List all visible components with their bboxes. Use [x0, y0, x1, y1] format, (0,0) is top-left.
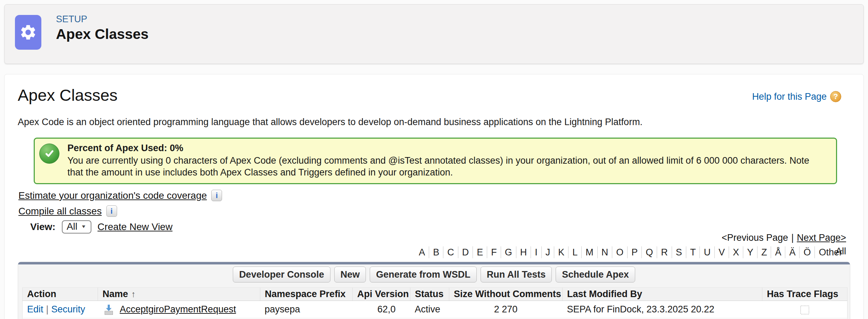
has-trace-flags-cell [762, 301, 847, 318]
toolbar-button[interactable]: Developer Console [233, 267, 330, 283]
alphabet-letter-link[interactable]: X [729, 246, 743, 258]
alphabet-letter-link[interactable]: O [612, 246, 627, 258]
view-select-value: All [67, 221, 77, 232]
alphabet-letter-link[interactable]: R [657, 246, 672, 258]
view-label: View: [30, 221, 56, 232]
chevron-down-icon: ▼ [81, 224, 87, 229]
column-header-size-without-comments[interactable]: Size Without Comments [449, 288, 563, 301]
apex-class-name-link[interactable]: AcceptgiroPaymentRequest [120, 304, 236, 315]
alphabet-letter-link[interactable]: T [686, 246, 700, 258]
alphabet-letter-link[interactable]: C [443, 246, 458, 258]
alphabet-letter-link[interactable]: F [487, 246, 501, 258]
help-row: Help for this Page ? [752, 91, 841, 102]
alphabet-letter-link[interactable]: Å [771, 246, 785, 258]
alphabet-letter-link[interactable]: K [554, 246, 568, 258]
column-header-name-label: Name [103, 289, 128, 299]
security-link[interactable]: Security [51, 304, 85, 314]
setup-page-title: Apex Classes [56, 26, 149, 42]
package-download-icon [103, 303, 115, 316]
sort-ascending-icon: ↑ [131, 289, 136, 299]
pagination-separator: | [791, 232, 794, 243]
setup-header-card: SETUP Apex Classes [4, 4, 864, 64]
compile-classes-row: Compile all classes i [18, 205, 117, 217]
alphabet-letter-link[interactable]: M [581, 246, 597, 258]
trace-flag-checkbox[interactable] [800, 305, 809, 314]
alphabet-letter-link[interactable]: G [501, 246, 516, 258]
estimate-coverage-row: Estimate your organization's code covera… [18, 190, 222, 201]
column-header-namespace-prefix[interactable]: Namespace Prefix [260, 288, 353, 301]
toolbar-button[interactable]: Generate from WSDL [370, 267, 477, 283]
api-version-cell: 62,0 [353, 301, 410, 318]
alphabet-letter-link[interactable]: L [568, 246, 581, 258]
column-header-action[interactable]: Action [23, 288, 98, 301]
alphabet-index-bar: ABCDEFGHIJKLMNOPQRSTUVXYZÅÄÖOther [415, 246, 846, 258]
alphabet-letter-link[interactable]: V [714, 246, 729, 258]
compile-all-classes-link[interactable]: Compile all classes [18, 206, 102, 217]
action-cell: Edit|Security [23, 301, 98, 318]
create-new-view-link[interactable]: Create New View [98, 221, 173, 232]
column-header-name[interactable]: Name↑ [98, 288, 260, 301]
estimate-coverage-link[interactable]: Estimate your organization's code covera… [18, 190, 207, 201]
column-header-last-modified-by[interactable]: Last Modified By [563, 288, 762, 301]
alphabet-letter-link[interactable]: Q [641, 246, 657, 258]
success-check-icon [39, 144, 59, 164]
info-icon[interactable]: i [211, 190, 222, 201]
alphabet-letter-link[interactable]: Z [757, 246, 771, 258]
alphabet-letter-link[interactable]: B [429, 246, 443, 258]
notice-title: Percent of Apex Used: 0% [67, 143, 822, 154]
alphabet-letter-link[interactable]: H [516, 246, 531, 258]
setup-breadcrumb-label: SETUP [56, 14, 87, 25]
alphabet-letter-link[interactable]: E [473, 246, 487, 258]
list-top-strip [18, 262, 850, 264]
alphabet-all-selected[interactable]: All [836, 246, 846, 257]
pagination: <Previous Page | Next Page> [722, 232, 846, 243]
alphabet-letter-link[interactable]: D [458, 246, 473, 258]
page-title: Apex Classes [18, 85, 117, 105]
view-select-dropdown[interactable]: All ▼ [62, 220, 91, 234]
alphabet-letter-link[interactable]: J [541, 246, 554, 258]
apex-classes-list-container: Developer ConsoleNewGenerate from WSDLRu… [18, 262, 850, 319]
column-header-has-trace-flags[interactable]: Has Trace Flags [762, 288, 847, 301]
list-toolbar: Developer ConsoleNewGenerate from WSDLRu… [18, 264, 850, 285]
status-cell: Active [410, 301, 449, 318]
action-separator: | [46, 304, 49, 314]
gear-icon [15, 15, 41, 50]
table-header-row: Action Name↑ Namespace Prefix Api Versio… [23, 288, 847, 301]
previous-page-link[interactable]: <Previous Page [722, 232, 788, 243]
next-page-link[interactable]: Next Page> [797, 232, 846, 243]
apex-classes-table: Action Name↑ Namespace Prefix Api Versio… [22, 287, 847, 319]
alphabet-letter-link[interactable]: U [699, 246, 714, 258]
alphabet-letter-link[interactable]: P [627, 246, 641, 258]
alphabet-letter-link[interactable]: A [415, 246, 429, 258]
alphabet-letter-link[interactable]: N [597, 246, 612, 258]
notice-body: You are currently using 0 characters of … [67, 155, 822, 178]
namespace-prefix-cell: paysepa [260, 301, 353, 318]
column-header-api-version[interactable]: Api Version [353, 288, 410, 301]
alphabet-letter-link[interactable]: Ä [785, 246, 799, 258]
alphabet-letter-link[interactable]: Y [743, 246, 757, 258]
alphabet-letter-link[interactable]: S [672, 246, 686, 258]
alphabet-letter-link[interactable]: I [531, 246, 541, 258]
alphabet-letter-link[interactable]: Ö [799, 246, 814, 258]
toolbar-button[interactable]: Schedule Apex [556, 267, 635, 283]
main-content-card: Apex Classes Help for this Page ? Apex C… [4, 74, 864, 319]
size-without-comments-cell: 2 270 [449, 301, 563, 318]
page-description: Apex Code is an object oriented programm… [18, 117, 642, 128]
edit-link[interactable]: Edit [27, 304, 43, 314]
info-icon[interactable]: i [106, 205, 117, 217]
help-for-this-page-link[interactable]: Help for this Page [752, 91, 827, 102]
table-row: Edit|Security AcceptgiroPaymentRequest [23, 301, 847, 318]
view-row: View: All ▼ Create New View [30, 220, 172, 234]
question-mark-icon[interactable]: ? [830, 91, 841, 102]
toolbar-button[interactable]: Run All Tests [481, 267, 552, 283]
column-header-status[interactable]: Status [410, 288, 449, 301]
name-cell: AcceptgiroPaymentRequest [98, 301, 260, 318]
toolbar-button[interactable]: New [334, 267, 366, 283]
last-modified-by-cell: SEPA for FinDock, 23.3.2025 20.22 [563, 301, 762, 318]
apex-usage-notice: Percent of Apex Used: 0% You are current… [34, 138, 837, 184]
